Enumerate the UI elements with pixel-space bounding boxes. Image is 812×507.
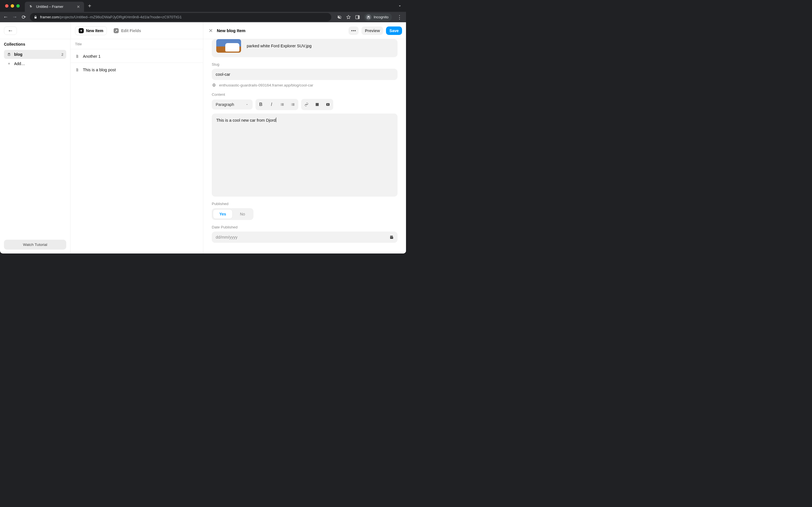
link-button[interactable] (301, 99, 312, 110)
image-filename: parked white Ford Explorer SUV.jpg (247, 44, 312, 48)
bold-button[interactable]: B (255, 99, 266, 110)
tutorial-label: Watch Tutorial (23, 242, 47, 247)
document-icon (75, 68, 80, 72)
nav-back-icon[interactable]: ← (3, 14, 8, 20)
tracking-off-icon[interactable] (337, 15, 342, 20)
date-placeholder: dd/mm/yyyy (216, 235, 238, 239)
date-label: Date Published (212, 225, 398, 229)
plus-thin-icon: ＋ (7, 61, 11, 66)
bookmark-star-icon[interactable] (346, 15, 351, 20)
svg-rect-1 (358, 15, 359, 19)
window-titlebar: Untitled – Framer ✕ + (0, 0, 406, 12)
incognito-icon (366, 14, 371, 20)
new-item-label: New Item (86, 29, 103, 33)
tab-close-icon[interactable]: ✕ (77, 4, 80, 9)
url-path: /projects/Untitled--mZ98oDWaPJyDRgKHm9n8… (59, 15, 182, 19)
external-icon: ↗ (114, 28, 119, 33)
detail-drawer: ✕ New blog Item ••• Preview Save parked … (203, 22, 406, 253)
content-body: This is a cool new car from Djord (216, 118, 276, 122)
slug-input-wrap (212, 69, 398, 80)
preview-button[interactable]: Preview (361, 26, 383, 35)
published-yes[interactable]: Yes (213, 209, 233, 219)
url-host: framer.com (40, 15, 59, 19)
featured-image-card[interactable]: parked white Ford Explorer SUV.jpg (212, 39, 398, 57)
slug-label: Slug (212, 62, 398, 66)
edit-fields-label: Edit Fields (121, 29, 141, 33)
image-button[interactable] (312, 99, 322, 110)
sidebar-item-blog[interactable]: blog 2 (4, 50, 66, 59)
slug-url: enthusiastic-guardrails-093164.framer.ap… (219, 83, 313, 87)
italic-button[interactable]: I (266, 99, 277, 110)
tabs-dropdown-icon[interactable] (398, 4, 402, 8)
watch-tutorial-button[interactable]: Watch Tutorial (4, 240, 66, 249)
content-editor[interactable]: This is a cool new car from Djord (212, 114, 398, 196)
sidebar: Collections blog 2 ＋ Add… Watch Tutorial (0, 22, 70, 253)
address-bar[interactable]: framer.com/projects/Untitled--mZ98oDWaPJ… (30, 13, 331, 21)
tab-favicon (29, 4, 33, 9)
tab-title: Untitled – Framer (36, 5, 63, 9)
sidebar-add-label: Add… (14, 61, 25, 66)
stack-icon (7, 52, 11, 56)
close-drawer-button[interactable]: ✕ (207, 27, 214, 34)
published-label: Published (212, 202, 398, 206)
window-zoom[interactable] (16, 4, 20, 8)
content-label: Content (212, 93, 398, 97)
paragraph-style-value: Paragraph (216, 102, 234, 107)
sidebar-title: Collections (4, 42, 66, 47)
sidebar-item-label: blog (14, 52, 22, 57)
more-actions-button[interactable]: ••• (349, 26, 359, 35)
image-thumbnail (216, 39, 241, 53)
drawer-title: New blog Item (217, 28, 246, 33)
sidebar-add-collection[interactable]: ＋ Add… (4, 59, 66, 68)
text-style-group: B I (255, 99, 298, 110)
new-tab-button[interactable]: + (88, 3, 91, 9)
nav-reload-icon[interactable]: ⟳ (21, 14, 27, 20)
slug-input[interactable] (216, 72, 394, 76)
published-toggle: Yes No (212, 208, 253, 220)
row-title: Another 1 (83, 54, 101, 59)
save-button[interactable]: Save (386, 26, 402, 35)
lock-icon (34, 15, 37, 19)
bullet-list-button[interactable] (277, 99, 288, 110)
document-icon (75, 54, 80, 59)
published-no[interactable]: No (233, 209, 252, 219)
sidebar-item-count: 2 (61, 52, 63, 57)
incognito-label: Incognito (373, 15, 389, 19)
browser-toolbar: ← → ⟳ framer.com/projects/Untitled--mZ98… (0, 12, 406, 22)
browser-tab[interactable]: Untitled – Framer ✕ (25, 2, 84, 12)
window-close[interactable] (5, 4, 8, 8)
globe-icon (212, 83, 216, 87)
paragraph-style-select[interactable]: Paragraph (212, 100, 253, 110)
side-panel-icon[interactable] (355, 15, 360, 20)
new-item-button[interactable]: + New Item (75, 26, 107, 35)
date-published-input[interactable]: dd/mm/yyyy (212, 231, 398, 243)
edit-fields-button[interactable]: ↗ Edit Fields (110, 26, 144, 35)
video-button[interactable] (322, 99, 333, 110)
incognito-indicator[interactable]: Incognito (364, 13, 392, 21)
app-back-button[interactable]: ← (4, 26, 17, 35)
calendar-icon (390, 235, 394, 239)
insert-group (301, 99, 333, 110)
plus-icon: + (79, 28, 84, 33)
browser-menu-icon[interactable]: ⋮ (396, 14, 403, 20)
window-minimize[interactable] (11, 4, 14, 8)
slug-url-preview: enthusiastic-guardrails-093164.framer.ap… (212, 83, 398, 87)
chevron-down-icon (245, 103, 249, 106)
row-title: This is a blog post (83, 68, 116, 72)
ordered-list-button[interactable] (288, 99, 298, 110)
nav-forward-icon[interactable]: → (12, 14, 17, 20)
